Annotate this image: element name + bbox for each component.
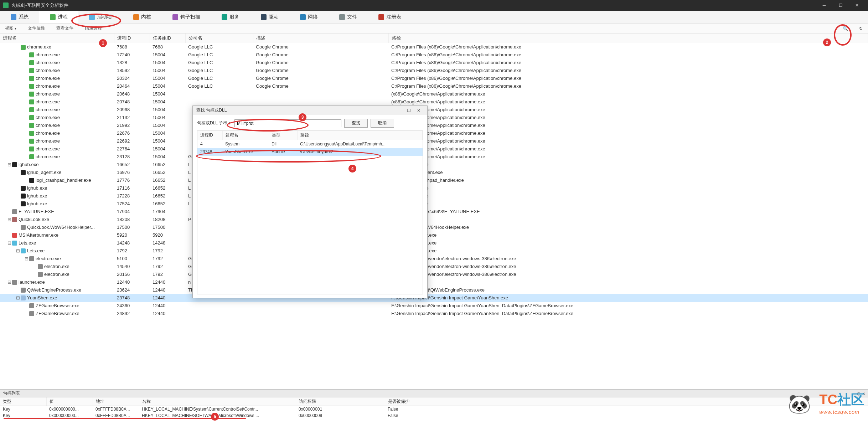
col-tgid[interactable]: 任务组ID	[150, 34, 185, 43]
dialog-search-button[interactable]: 查找	[344, 119, 368, 128]
process-name: lghub.exe	[19, 162, 38, 167]
toolbar-tab-1[interactable]: 进程	[39, 11, 78, 23]
process-row[interactable]: lghub.exe1752416652LLGHUB\lghub.exe	[0, 200, 868, 208]
process-pid: 5100	[114, 255, 150, 263]
hcol-name[interactable]: 名称	[139, 397, 296, 406]
process-row[interactable]: ⊟QuickLook.exe1820818208P.5\QuickLook.ex…	[0, 216, 868, 223]
end-process-button[interactable]: 结束进程	[83, 25, 104, 32]
handle-table[interactable]: 类型 值 地址 名称 访问权限 是否被保护 Key0x000000000...0…	[0, 397, 868, 419]
toolbar-tab-7[interactable]: 网络	[289, 11, 329, 23]
view-file-button[interactable]: 查看文件	[54, 25, 76, 32]
dialog-titlebar[interactable]: 查找 句柄或DLL ☐ ✕	[193, 106, 427, 115]
dcol-path[interactable]: 路径	[297, 131, 423, 140]
process-path: (x86)\Google\Chrome\Application\chrome.e…	[388, 129, 868, 137]
dcol-pid[interactable]: 进程ID	[197, 131, 222, 140]
process-row[interactable]: lghub.exe1711616652LLGHUB\lghub.exe	[0, 184, 868, 192]
process-row[interactable]: chrome.exe2096815004(x86)\Google\Chrome\…	[0, 106, 868, 114]
tree-toggle-icon[interactable]: ⊟	[7, 162, 11, 167]
process-row[interactable]: MSIAfterburner.exe59205920er\MSIAfterbur…	[0, 231, 868, 239]
process-row[interactable]: chrome.exe2113215004(x86)\Google\Chrome\…	[0, 114, 868, 122]
process-row[interactable]: ZFGameBrowser.exe2489212440F:\Genshin Im…	[0, 310, 868, 318]
dialog-result-row[interactable]: 23748YuanShen.exeHandle\Device\mhyprot2	[197, 148, 423, 156]
handle-row[interactable]: Key0x000000000...0xFFFFD08B0A...HKEY_LOC…	[0, 406, 868, 413]
process-row[interactable]: lghub_agent.exe1697616652LLGHUB\lghub_ag…	[0, 169, 868, 176]
process-row[interactable]: ⊟launcher.exe1244012440nt\launcher.exe	[0, 278, 868, 286]
maximize-button[interactable]: ☐	[832, 0, 849, 11]
col-name[interactable]: 进程名	[0, 34, 114, 43]
col-desc[interactable]: 描述	[253, 34, 388, 43]
process-row[interactable]: chrome.exe76887688Google LLCGoogle Chrom…	[0, 43, 868, 51]
process-row[interactable]: chrome.exe2064815004(x86)\Google\Chrome\…	[0, 90, 868, 98]
process-row[interactable]: chrome.exe2276415004(x86)\Google\Chrome\…	[0, 145, 868, 153]
process-row[interactable]: ⊟Lets.exe17921792(x86)\letsvpn\Lets.exe	[0, 247, 868, 255]
refresh-icon[interactable]: ↻	[857, 24, 865, 33]
dialog-result-table[interactable]: 进程ID 进程名 类型 路径 4SystemDllC:\Users\songyo…	[197, 131, 423, 156]
col-path[interactable]: 路径	[388, 34, 868, 43]
toolbar-tab-2[interactable]: 启动项	[78, 11, 123, 23]
process-company	[185, 90, 253, 98]
view-dropdown[interactable]: 视图	[3, 25, 19, 32]
process-row[interactable]: lghub.exe1722816652LLGHUB\lghub.exe	[0, 192, 868, 200]
process-row[interactable]: chrome.exe2032415004Google LLCGoogle Chr…	[0, 74, 868, 82]
process-path: C:\Program Files (x86)\Google\Chrome\App…	[388, 59, 868, 67]
hcol-type[interactable]: 类型	[0, 397, 46, 406]
dialog-search-input[interactable]	[234, 119, 341, 127]
tree-toggle-icon[interactable]: ⊟	[16, 295, 20, 300]
tree-toggle-icon[interactable]: ⊟	[7, 279, 11, 285]
process-row[interactable]: chrome.exe132815004Google LLCGoogle Chro…	[0, 59, 868, 67]
process-row[interactable]: chrome.exe1724015004Google LLCGoogle Chr…	[0, 51, 868, 59]
toolbar-tab-6[interactable]: 驱动	[250, 11, 289, 23]
toolbar-tab-4[interactable]: 钩子扫描	[162, 11, 211, 23]
process-table[interactable]: 进程名 进程ID 任务组ID 公司名 描述 路径 chrome.exe76887…	[0, 34, 868, 318]
process-row[interactable]: E_YATIUNE.EXE1790417904em32\spool\driver…	[0, 208, 868, 216]
process-row[interactable]: chrome.exe2267615004(x86)\Google\Chrome\…	[0, 129, 868, 137]
hcol-value[interactable]: 值	[46, 397, 93, 406]
process-row[interactable]: QuickLook.WoW64HookHelper...1750017500.5…	[0, 223, 868, 231]
process-row[interactable]: ⊟YuanShen.exe2374812440F:\Genshin Impact…	[0, 294, 868, 302]
tree-toggle-icon[interactable]: ⊟	[24, 256, 29, 261]
process-row[interactable]: QtWebEngineProcess.exe2362412440The Qt C…	[0, 286, 868, 294]
tree-toggle-icon[interactable]: ⊟	[7, 217, 11, 222]
toolbar-tab-0[interactable]: 系统	[0, 11, 39, 23]
dialog-cancel-button[interactable]: 取消	[371, 119, 394, 128]
toolbar-icon	[378, 14, 384, 20]
dialog-result-row[interactable]: 4SystemDllC:\Users\songyou\AppData\Local…	[197, 140, 423, 148]
process-row[interactable]: ⊟electron.exe51001792G(x86)\letsvpn\Lets…	[0, 255, 868, 263]
process-row[interactable]: chrome.exe2046415004Google LLCGoogle Chr…	[0, 82, 868, 90]
dialog-close-icon[interactable]: ✕	[414, 108, 424, 113]
col-company[interactable]: 公司名	[185, 34, 253, 43]
process-company: Google LLC	[185, 59, 253, 67]
process-row[interactable]: ⊟lghub.exe1665216652LLGHUB\lghub.exe	[0, 161, 868, 169]
hcol-access[interactable]: 访问权限	[296, 397, 385, 406]
toolbar-tab-5[interactable]: 服务	[211, 11, 250, 23]
process-row[interactable]: chrome.exe1859215004Google LLCGoogle Chr…	[0, 67, 868, 74]
file-attr-button[interactable]: 文件属性	[26, 25, 47, 32]
process-path: (x86)\letsvpn\Lets\vendor\electron-windo…	[388, 263, 868, 271]
toolbar-tab-8[interactable]: 文件	[329, 11, 368, 23]
dialog-maximize-icon[interactable]: ☐	[404, 108, 414, 113]
hcol-addr[interactable]: 地址	[93, 397, 139, 406]
process-row[interactable]: chrome.exe2199215004(x86)\Google\Chrome\…	[0, 122, 868, 129]
process-row[interactable]: chrome.exe2074815004(x86)\Google\Chrome\…	[0, 98, 868, 106]
process-row[interactable]: electron.exe201561792G(x86)\letsvpn\Lets…	[0, 271, 868, 278]
process-row[interactable]: ZFGameBrowser.exe2436012440F:\Genshin Im…	[0, 302, 868, 310]
toolbar-label: 驱动	[269, 14, 279, 20]
dcol-type[interactable]: 类型	[269, 131, 297, 140]
handle-row[interactable]: Key0x000000000...0xFFFFD08B0A...HKEY_LOC…	[0, 412, 868, 419]
col-pid[interactable]: 进程ID	[114, 34, 150, 43]
toolbar-tab-9[interactable]: 注册表	[368, 11, 412, 23]
toolbar-icon	[300, 14, 306, 20]
minimize-button[interactable]: ─	[816, 0, 832, 11]
dcol-name[interactable]: 进程名	[222, 131, 269, 140]
toolbar-tab-3[interactable]: 内核	[123, 11, 162, 23]
close-button[interactable]: ✕	[849, 0, 865, 11]
process-row[interactable]: chrome.exe2312815004G(x86)\Google\Chrome…	[0, 153, 868, 161]
process-row[interactable]: ⊟Lets.exe1424814248(x86)\letsvpn\Lets.ex…	[0, 239, 868, 247]
tree-toggle-icon[interactable]: ⊟	[7, 240, 11, 246]
process-row[interactable]: electron.exe145401792G(x86)\letsvpn\Lets…	[0, 263, 868, 271]
process-tgid: 15004	[150, 74, 185, 82]
process-row[interactable]: logi_crashpad_handler.exe1777616652LLGHU…	[0, 176, 868, 184]
tree-toggle-icon[interactable]: ⊟	[16, 248, 20, 253]
find-handle-icon[interactable]: 🔍	[841, 24, 849, 33]
process-row[interactable]: chrome.exe2269215004(x86)\Google\Chrome\…	[0, 137, 868, 145]
